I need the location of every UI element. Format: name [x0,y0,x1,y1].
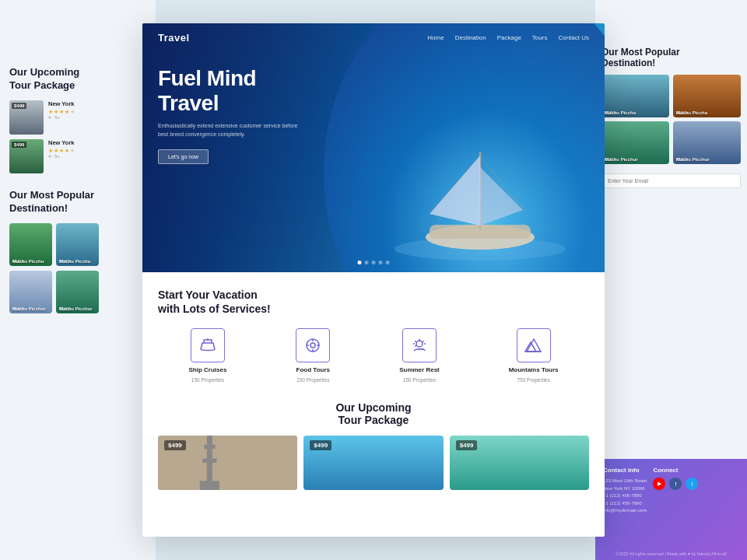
tour-card-reviews-1: 4 · 5+ [48,115,146,120]
left-popular-section: Our Most Popular Destination! Machu Picc… [9,189,146,313]
service-name-2: Summer Rest [399,366,440,373]
right-dest-grid: Machu Piccha PERU Machu Piccha PERU Mach… [601,75,741,164]
service-summer-rest[interactable]: Summer Rest 150 Properties [399,328,440,383]
footer-contact-col: Contact Info 123 West 19th Street New Yo… [603,467,647,515]
mountain-tours-icon [517,328,551,362]
left-pop-img-3[interactable]: Machu Picchur PERU [9,271,52,313]
tour-card-price-1: $499 [12,103,26,109]
pop-country-2: PERU [59,259,70,264]
left-pop-img-1[interactable]: Machu Picchu PERU [9,223,52,266]
left-tour-cards: $499 New York ★ ★ ★ ★ ★ 4 · 5+ $499 [9,100,146,173]
service-count-0: 150 Properties [191,377,224,383]
footer-phone2: +1 (212) 456-7890 [603,500,647,508]
dot-2[interactable] [365,261,369,264]
tour-card-info-2: New York ★ ★ ★ ★ ★ 4 · 5+ [48,139,146,173]
service-name-0: Ship Cruises [188,366,226,373]
nav-logo: Travel [158,32,190,44]
service-food-tours[interactable]: Food Tours 150 Properties [296,328,330,383]
tour-card-stars-1: ★ ★ ★ ★ ★ [48,109,146,115]
service-ship-cruises[interactable]: Ship Cruises 150 Properties [188,328,226,383]
hero-title: Fuel Mind Travel [158,66,298,116]
footer-connect-title: Connect [653,467,698,474]
tour-card-1[interactable]: $499 New York ★ ★ ★ ★ ★ 4 · 5+ [9,100,146,135]
dest-card-3[interactable]: Machu Picchur PERU [601,121,669,164]
footer-connect-col: Connect ▶ f t [653,467,698,515]
services-title: Start Your Vacation with Lots of Service… [158,288,589,316]
pkg-price-1: $499 [164,440,186,450]
svg-point-10 [310,343,315,348]
dest-country-2: PERU [676,110,687,115]
left-pop-img-2[interactable]: Machu Picchu PERU [56,223,99,266]
nav-link-home[interactable]: Home [427,34,444,41]
tour-card-stars-2: ★ ★ ★ ★ ★ [48,148,146,154]
svg-point-11 [416,341,423,347]
dest-card-4[interactable]: Machu Picchur PERU [673,121,741,164]
right-email-section [601,172,741,188]
service-mountain-tours[interactable]: Mountains Tours 750 Properties [509,328,559,383]
left-pop-img-4[interactable]: Machu Picchur PERU [56,271,99,313]
footer-email: info@mydomain.com [603,507,647,515]
tour-card-reviews-2: 4 · 5+ [48,154,146,159]
hero-slider-dots [358,261,390,264]
right-popular-title: Our Most Popular Destination! [601,47,741,68]
svg-marker-4 [430,156,480,226]
nav-link-contact[interactable]: Contact Us [558,34,589,41]
packages-title: Our Upcoming Tour Package [158,401,589,426]
svg-marker-5 [480,167,523,226]
dot-3[interactable] [372,261,376,264]
footer-columns: Contact Info 123 West 19th Street New Yo… [603,467,739,515]
svg-rect-19 [202,459,216,463]
right-footer: Contact Info 123 West 19th Street New Yo… [595,459,747,560]
nav-link-destination[interactable]: Destination [455,34,486,41]
nav-link-tours[interactable]: Tours [532,34,548,41]
boat-illustration [387,128,573,261]
pop-country-3: PERU [12,306,23,311]
facebook-icon[interactable]: f [669,478,682,490]
dot-5[interactable] [386,261,390,264]
footer-social-links: ▶ f t [653,478,698,490]
pkg-price-3: $499 [456,440,478,450]
tour-card-info-1: New York ★ ★ ★ ★ ★ 4 · 5+ [48,100,146,135]
left-popular-row-1: Machu Picchu PERU Machu Picchu PERU [9,223,146,266]
package-card-1[interactable]: $499 [158,436,297,490]
dot-4[interactable] [379,261,383,264]
footer-phone1: +1 (212) 456-7890 [603,492,647,500]
footer-copyright: ©2022 All rights reserved | Made with ♥ … [595,551,747,556]
package-card-3[interactable]: $499 [450,436,589,490]
hero-content: Fuel Mind Travel Enthusiastically extend… [158,66,298,164]
dest-country-1: PERU [605,110,615,115]
left-popular-title: Our Most Popular Destination! [9,189,146,215]
service-name-1: Food Tours [296,366,330,373]
package-card-2[interactable]: $499 [303,436,443,490]
left-side-panel: Our Upcoming Tour Package $499 New York … [0,0,156,560]
left-tour-section: Our Upcoming Tour Package $499 New York … [9,66,146,173]
pop-country-4: PERU [59,306,70,311]
navbar: Travel Home Destination Package Tours Co… [142,23,605,51]
main-website-mockup: Travel Home Destination Package Tours Co… [142,23,605,537]
service-name-3: Mountains Tours [509,366,559,373]
nav-link-package[interactable]: Package [497,34,521,41]
hero-cta-button[interactable]: Let's go now [158,149,209,164]
service-count-3: 750 Properties [517,377,549,383]
summer-rest-icon [402,328,437,362]
tour-card-image-1: $499 [9,100,44,135]
dest-country-3: PERU [605,157,615,162]
youtube-icon[interactable]: ▶ [653,478,665,490]
nav-links: Home Destination Package Tours Contact U… [427,34,589,41]
food-tours-icon [296,328,330,362]
pop-country-1: PERU [12,259,23,264]
tour-card-price-2: $499 [12,142,26,148]
dest-card-2[interactable]: Machu Piccha PERU [673,75,741,117]
packages-grid: $499 $499 $499 [158,436,589,490]
svg-rect-20 [200,481,219,491]
dot-1[interactable] [358,261,362,264]
tour-card-title-2: New York [48,139,146,146]
left-popular-row-2: Machu Picchur PERU Machu Picchur PERU [9,271,146,313]
tour-card-title-1: New York [48,100,146,107]
twitter-icon[interactable]: t [686,478,698,490]
footer-city: New York NY 10096 [603,485,647,493]
left-tour-title: Our Upcoming Tour Package [9,66,146,93]
dest-card-1[interactable]: Machu Piccha PERU [601,75,669,117]
tour-card-2[interactable]: $499 New York ★ ★ ★ ★ ★ 4 · 5+ [9,139,146,173]
email-input[interactable] [601,173,741,188]
